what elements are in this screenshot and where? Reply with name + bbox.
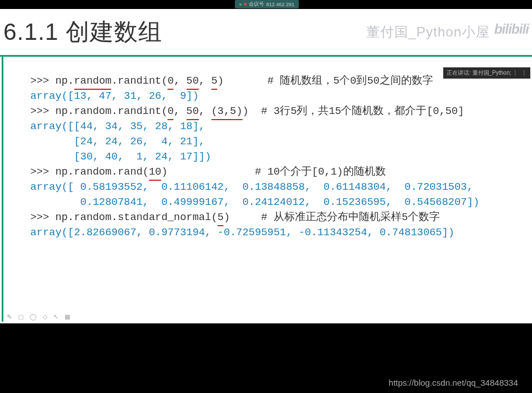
slide-title: 6.1.1 创建数组 bbox=[3, 16, 162, 48]
code-output-4: array([2.82669067, 0.9773194, -0.7259595… bbox=[30, 225, 529, 240]
code-line-4: >>> np.random.standard_normal(5) # 从标准正态… bbox=[30, 210, 529, 225]
code-line-2: >>> np.random.randint(0, 50, (3,5)) # 3行… bbox=[30, 104, 529, 119]
annotation-toolbar[interactable]: ✎ ▢ ◯ ◇ ↖ ▦ bbox=[7, 313, 72, 321]
signal-icon bbox=[239, 3, 242, 6]
code-output-2b: [24, 24, 26, 4, 21], bbox=[30, 134, 529, 149]
recording-icon bbox=[244, 3, 247, 6]
code-output-2c: [30, 40, 1, 24, 17]]) bbox=[30, 149, 529, 164]
code-output-1: array([13, 47, 31, 26, 9]) bbox=[30, 89, 529, 104]
title-bar: 6.1.1 创建数组 董付国_Python小屋 bilibili bbox=[0, 9, 532, 57]
meeting-label: 会议号 bbox=[249, 1, 264, 8]
code-output-3b: 0.12807841, 0.49999167, 0.24124012, 0.15… bbox=[30, 195, 529, 210]
meeting-id-badge: 会议号 812 462 291 bbox=[235, 0, 299, 8]
source-url: https://blog.csdn.net/qq_34848334 bbox=[389, 378, 518, 387]
speaking-status-overlay[interactable]: 正在讲话: 董付国_Python; bbox=[443, 67, 530, 79]
meeting-number: 812 462 291 bbox=[266, 2, 294, 7]
drag-handle-icon[interactable] bbox=[515, 70, 525, 76]
slide-content: >>> np.random.randint(0, 50, 5) # 随机数组，5… bbox=[2, 57, 532, 322]
code-output-3a: array([ 0.58193552, 0.11106142, 0.138488… bbox=[30, 180, 529, 195]
bilibili-logo: bilibili bbox=[494, 21, 529, 37]
speaking-status-text: 正在讲话: 董付国_Python; bbox=[447, 69, 511, 77]
author-watermark: 董付国_Python小屋 bbox=[366, 23, 490, 41]
code-line-3: >>> np.random.rand(10) # 10个介于[0,1)的随机数 bbox=[30, 164, 529, 180]
slide: 6.1.1 创建数组 董付国_Python小屋 bilibili 正在讲话: 董… bbox=[0, 9, 532, 323]
code-output-2a: array([[44, 34, 35, 28, 18], bbox=[30, 119, 529, 134]
